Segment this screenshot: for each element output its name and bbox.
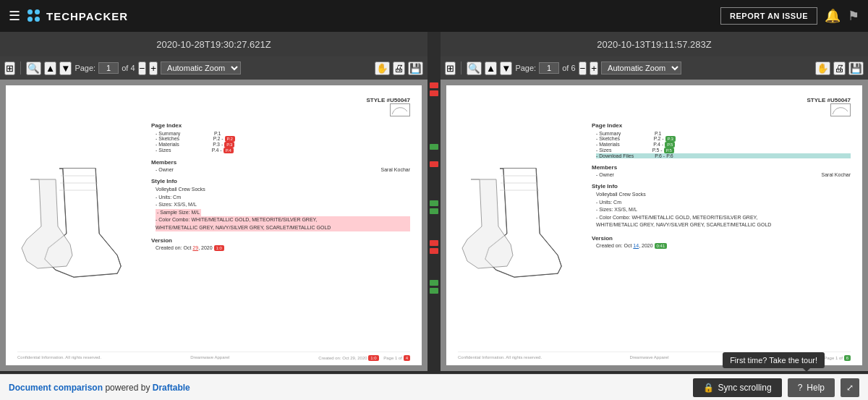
hand-tool-right[interactable]: ✋: [815, 61, 830, 75]
sync-scrolling-button[interactable]: 🔒 Sync scrolling: [693, 378, 782, 397]
bottom-right: 🔒 Sync scrolling ? Help ⤢: [693, 378, 859, 397]
right-style-name: Volleyball Crew Socks: [596, 191, 851, 199]
right-members: Members - Owner Saral Kochar: [592, 164, 851, 177]
left-index-materials: - Materials P.3 - P.3: [156, 142, 410, 148]
page-input-left[interactable]: [98, 62, 119, 74]
left-style-details: Volleyball Crew Socks - Units: Cm - Size…: [156, 186, 410, 231]
right-sock-illustration: [456, 161, 590, 289]
flag-icon[interactable]: ⚑: [848, 8, 859, 24]
prev-page-right[interactable]: ▲: [485, 61, 497, 75]
diff-marker-8: [430, 248, 438, 254]
left-style-number: STYLE #U50047: [367, 97, 410, 103]
navbar-right: REPORT AN ISSUE 🔔 ⚑: [720, 7, 859, 25]
right-page-index: Page Index - Summary P.1 - Sketches P.2 …: [592, 122, 851, 158]
right-index-download: - Download Files P.6 - P.6: [596, 153, 851, 158]
navbar: ☰ TECHPACKER REPORT AN ISSUE 🔔 ⚑: [0, 0, 868, 32]
prev-page-left[interactable]: ▲: [44, 61, 56, 75]
main-panels: STYLE #U50047: [0, 80, 868, 371]
diff-marker-2: [430, 90, 438, 96]
bell-icon[interactable]: 🔔: [825, 8, 841, 24]
right-page-header: STYLE #U50047: [458, 97, 851, 116]
left-style-info: Style Info Volleyball Crew Socks - Units…: [151, 178, 410, 231]
left-style-info-title: Style Info: [151, 178, 410, 184]
left-members-title: Members: [151, 159, 410, 166]
zoom-minus-left[interactable]: −: [138, 61, 147, 75]
zoom-select-right[interactable]: Automatic Zoom: [601, 61, 681, 75]
zoom-out-right[interactable]: 🔍: [467, 61, 482, 75]
left-version-title: Version: [151, 237, 410, 244]
right-index-materials: - Materials P.4 - P.5: [596, 142, 851, 148]
pdf-toolbar-wrap: ⊞ 🔍 ▲ ▼ Page: of 4 − + Automatic Zoom ✋ …: [0, 56, 868, 80]
pdf-toolbar-left: ⊞ 🔍 ▲ ▼ Page: of 4 − + Automatic Zoom ✋ …: [0, 56, 427, 80]
right-members-title: Members: [592, 164, 851, 171]
bottom-bar: Document comparison powered by Draftable…: [0, 374, 868, 400]
tooltip-text: First time? Take the tour!: [730, 356, 817, 365]
left-index-sketches: - Sketches P.2 - P.2: [156, 136, 410, 142]
diff-marker-6: [430, 208, 438, 214]
zoom-out-left[interactable]: 🔍: [26, 61, 41, 75]
report-issue-button[interactable]: REPORT AN ISSUE: [720, 7, 817, 25]
draftable-link[interactable]: Draftable: [153, 383, 190, 393]
left-page-index-title: Page Index: [151, 122, 410, 129]
app-logo: TECHPACKER: [27, 9, 128, 22]
left-index-sizes: - Sizes P.4 - P.4: [156, 148, 410, 153]
right-index-summary: - Summary P.1: [596, 131, 851, 136]
print-right[interactable]: 🖨: [833, 61, 846, 75]
diff-marker-4: [430, 161, 438, 167]
left-index-summary: - Summary P.1: [156, 131, 410, 136]
diff-marker-strip: [427, 80, 441, 371]
sidebar-toggle-right[interactable]: ⊞: [445, 61, 456, 75]
left-pdf-page: STYLE #U50047: [6, 85, 422, 365]
logo-dots: [27, 9, 41, 22]
page-input-right[interactable]: [539, 62, 559, 74]
menu-icon[interactable]: ☰: [9, 8, 20, 24]
zoom-select-left[interactable]: Automatic Zoom: [161, 61, 241, 75]
right-confidential: Confidential Information. All rights res…: [458, 355, 542, 361]
left-page-index: Page Index - Summary P.1 - Sketches P.2 …: [151, 122, 410, 153]
left-units: - Units: Cm: [156, 194, 410, 202]
right-page-index-title: Page Index: [592, 122, 851, 129]
right-style-info-title: Style Info: [592, 183, 851, 190]
expand-button[interactable]: ⤢: [841, 378, 859, 397]
diff-marker-5: [430, 200, 438, 206]
doc-comparison-link[interactable]: Document comparison: [9, 383, 103, 393]
lock-icon: 🔒: [703, 383, 714, 393]
right-color-combo: - Color Combo: WHITE/METALLIC GOLD, METE…: [596, 214, 851, 229]
zoom-plus-right[interactable]: +: [590, 61, 598, 75]
print-left[interactable]: 🖨: [393, 61, 405, 75]
page-total-right: of 6: [562, 64, 575, 72]
sync-label: Sync scrolling: [718, 383, 772, 393]
left-sizes: - Sizes: XS/S, M/L: [156, 201, 410, 209]
left-sock-illustration: [16, 161, 150, 289]
navbar-left: ☰ TECHPACKER: [9, 8, 128, 24]
date-divider: [427, 32, 441, 56]
left-page-footer-info: Created on: Oct 29, 2020 1:0 Page 1 of 4: [318, 355, 410, 361]
diff-marker-7: [430, 240, 438, 246]
zoom-minus-right[interactable]: −: [579, 61, 587, 75]
right-date-header: 2020-10-13T19:11:57.283Z: [441, 39, 868, 50]
download-left[interactable]: 💾: [408, 61, 423, 75]
zoom-plus-left[interactable]: +: [149, 61, 158, 75]
bottom-left: Document comparison powered by Draftable: [9, 383, 190, 393]
hand-tool-left[interactable]: ✋: [375, 61, 390, 75]
left-page-header: STYLE #U50047: [17, 97, 410, 116]
left-sample-size: - Sample Size: M/L: [156, 209, 201, 217]
help-button[interactable]: ? Help: [788, 378, 835, 397]
next-page-left[interactable]: ▼: [59, 61, 72, 75]
next-page-right[interactable]: ▼: [500, 61, 512, 75]
right-version-title: Version: [592, 235, 851, 242]
left-created-on: Created on: Oct 29, 2020 1:0: [156, 245, 410, 251]
left-style-name: Volleyball Crew Socks: [156, 186, 410, 194]
toolbar-divider: [427, 56, 441, 80]
right-pdf-page: STYLE #U50047: [446, 85, 862, 365]
download-right[interactable]: 💾: [848, 61, 864, 75]
left-owner-label: - Owner: [156, 167, 174, 172]
pdf-toolbar-right: ⊞ 🔍 ▲ ▼ Page: of 6 − + Automatic Zoom ✋ …: [441, 56, 868, 80]
date-header-row: 2020-10-28T19:30:27.621Z 2020-10-13T19:1…: [0, 32, 868, 56]
diff-marker-3: [430, 144, 438, 150]
right-units: - Units: Cm: [596, 199, 851, 207]
left-confidential: Confidential Information. All rights res…: [17, 355, 101, 361]
left-owner-name: Saral Kochar: [381, 167, 410, 172]
left-members: Members - Owner Saral Kochar: [151, 159, 410, 172]
sidebar-toggle-left[interactable]: ⊞: [4, 61, 15, 75]
